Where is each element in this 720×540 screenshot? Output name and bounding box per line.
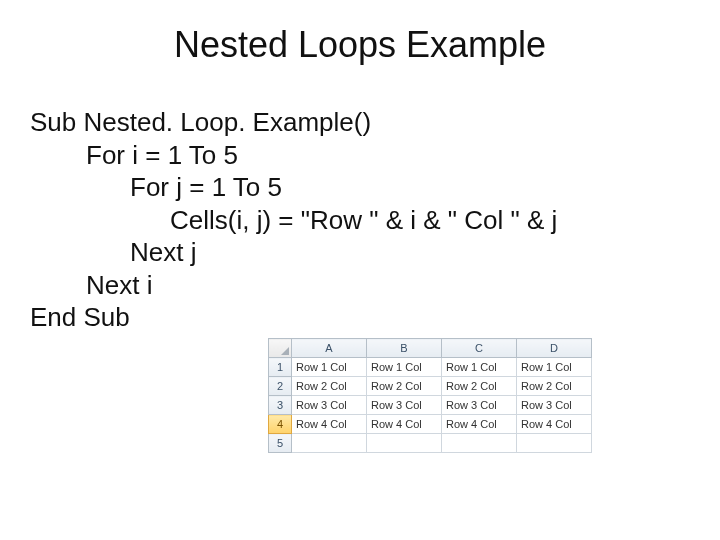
col-header-C[interactable]: C bbox=[442, 339, 517, 358]
cell[interactable]: Row 1 Col bbox=[442, 358, 517, 377]
cell[interactable]: Row 1 Col bbox=[517, 358, 592, 377]
code-line-7: End Sub bbox=[30, 301, 720, 334]
cell[interactable]: Row 3 Col bbox=[442, 396, 517, 415]
code-line-6: Next i bbox=[30, 269, 720, 302]
cell[interactable]: Row 3 Col bbox=[517, 396, 592, 415]
col-header-D[interactable]: D bbox=[517, 339, 592, 358]
cell[interactable]: Row 2 Col bbox=[442, 377, 517, 396]
cell[interactable]: Row 2 Col bbox=[292, 377, 367, 396]
table-row: 1 Row 1 Col Row 1 Col Row 1 Col Row 1 Co… bbox=[269, 358, 592, 377]
cell[interactable]: Row 4 Col bbox=[442, 415, 517, 434]
table-row: 4 Row 4 Col Row 4 Col Row 4 Col Row 4 Co… bbox=[269, 415, 592, 434]
cell[interactable] bbox=[517, 434, 592, 453]
select-all-corner[interactable] bbox=[269, 339, 292, 358]
cell[interactable]: Row 1 Col bbox=[367, 358, 442, 377]
cell[interactable]: Row 3 Col bbox=[292, 396, 367, 415]
row-header-1[interactable]: 1 bbox=[269, 358, 292, 377]
col-header-B[interactable]: B bbox=[367, 339, 442, 358]
cell[interactable]: Row 4 Col bbox=[367, 415, 442, 434]
col-header-A[interactable]: A bbox=[292, 339, 367, 358]
row-header-3[interactable]: 3 bbox=[269, 396, 292, 415]
cell[interactable]: Row 4 Col bbox=[292, 415, 367, 434]
row-header-2[interactable]: 2 bbox=[269, 377, 292, 396]
code-line-5: Next j bbox=[30, 236, 720, 269]
row-header-4[interactable]: 4 bbox=[269, 415, 292, 434]
cell[interactable]: Row 3 Col bbox=[367, 396, 442, 415]
table-row: 3 Row 3 Col Row 3 Col Row 3 Col Row 3 Co… bbox=[269, 396, 592, 415]
row-header-5[interactable]: 5 bbox=[269, 434, 292, 453]
cell[interactable]: Row 2 Col bbox=[517, 377, 592, 396]
slide-title: Nested Loops Example bbox=[0, 24, 720, 66]
cell[interactable]: Row 1 Col bbox=[292, 358, 367, 377]
table-row: 5 bbox=[269, 434, 592, 453]
cell[interactable] bbox=[442, 434, 517, 453]
code-line-4: Cells(i, j) = "Row " & i & " Col " & j bbox=[30, 204, 720, 237]
cell[interactable] bbox=[367, 434, 442, 453]
code-line-1: Sub Nested. Loop. Example() bbox=[30, 106, 720, 139]
code-line-2: For i = 1 To 5 bbox=[30, 139, 720, 172]
code-line-3: For j = 1 To 5 bbox=[30, 171, 720, 204]
spreadsheet: A B C D 1 Row 1 Col Row 1 Col Row 1 Col … bbox=[268, 338, 592, 453]
cell[interactable]: Row 2 Col bbox=[367, 377, 442, 396]
cell[interactable]: Row 4 Col bbox=[517, 415, 592, 434]
table-row: 2 Row 2 Col Row 2 Col Row 2 Col Row 2 Co… bbox=[269, 377, 592, 396]
cell[interactable] bbox=[292, 434, 367, 453]
code-block: Sub Nested. Loop. Example() For i = 1 To… bbox=[0, 106, 720, 334]
